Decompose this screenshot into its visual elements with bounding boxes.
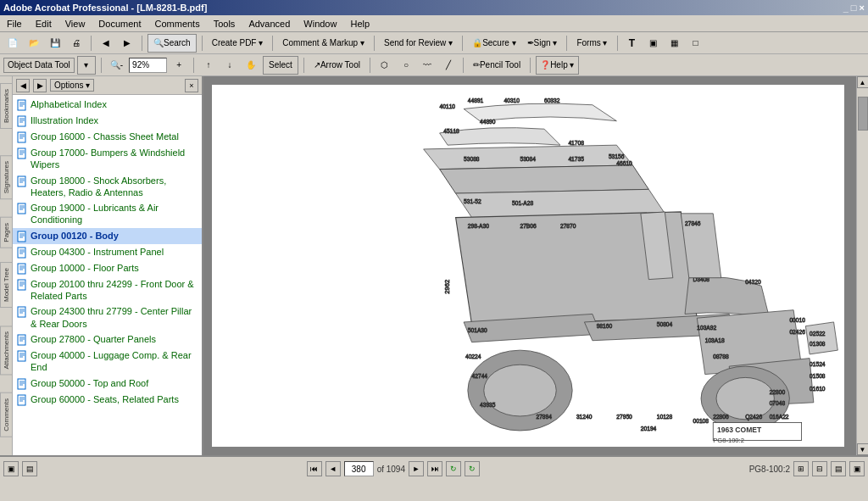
refresh-btn2[interactable]: ↻ — [465, 461, 480, 476]
title-bar: Adobe Acrobat Professional - [LM-8281-B.… — [0, 0, 868, 15]
view-btn3[interactable]: ▤ — [831, 461, 846, 476]
sign-btn[interactable]: ✒ Sign ▾ — [523, 34, 562, 53]
comments-tab[interactable]: Comments — [0, 392, 13, 437]
draw-btn1[interactable]: ⬡ — [376, 56, 394, 75]
tree-item-group18000[interactable]: Group 18000 - Shock Absorbers, Heaters, … — [13, 173, 202, 201]
create-pdf-btn[interactable]: Create PDF ▾ — [208, 34, 268, 53]
arrow-tool-btn[interactable]: ↗ Arrow Tool — [309, 56, 364, 75]
view-btn1[interactable]: ⊞ — [793, 461, 809, 476]
draw-btn3[interactable]: 〰 — [418, 56, 437, 75]
tree-item-alphabetical[interactable]: Alphabetical Index — [13, 97, 202, 113]
help-btn[interactable]: ❓ Help ▾ — [536, 56, 578, 75]
menu-tools[interactable]: Tools — [210, 17, 239, 31]
obj-dropdown[interactable]: ▾ — [77, 56, 96, 75]
menu-view[interactable]: View — [62, 17, 89, 31]
tree-item-group17000[interactable]: Group 17000- Bumpers & Windshield Wipers — [13, 145, 202, 173]
page-icons-btn1[interactable]: ▣ — [3, 461, 19, 476]
view-btn2[interactable]: ⊟ — [812, 461, 827, 476]
svg-text:27894: 27894 — [536, 414, 552, 420]
send-review-btn[interactable]: Send for Review ▾ — [380, 34, 457, 53]
menu-window[interactable]: Window — [300, 17, 340, 31]
tree-item-icon — [16, 350, 28, 362]
zoom-input[interactable] — [129, 58, 167, 73]
obj-data-btn[interactable]: Object Data Tool — [3, 58, 75, 73]
select-tool[interactable]: Select — [263, 56, 298, 75]
back-btn[interactable]: ◀ — [97, 34, 115, 53]
tree-item-group00120[interactable]: Group 00120 - Body — [13, 228, 202, 244]
bookmarks-tab[interactable]: Bookmarks — [0, 83, 13, 129]
attachments-tab[interactable]: Attachments — [0, 326, 13, 375]
tree-item-icon — [16, 203, 28, 214]
panel-close-btn[interactable]: × — [185, 79, 198, 92]
draw-btn4[interactable]: ╱ — [439, 56, 458, 75]
pages-tab[interactable]: Pages — [0, 217, 13, 248]
new-btn[interactable]: 📄 — [3, 34, 22, 53]
zoom-out-btn[interactable]: 🔍- — [107, 56, 126, 75]
close-btn[interactable]: × — [860, 3, 865, 13]
tree-item-group16000[interactable]: Group 16000 - Chassis Sheet Metal — [13, 129, 202, 145]
tree-item-group04300[interactable]: Group 04300 - Instrument Panel — [13, 244, 202, 260]
next-page-btn[interactable]: ► — [409, 461, 424, 476]
status-bar: ▣ ▤ ⏮ ◄ 380 of 1094 ► ⏭ ↻ ↻ PG8-100:2 ⊞ … — [0, 455, 868, 481]
restore-btn[interactable]: □ — [851, 3, 857, 13]
pdf-content[interactable]: 44891 40310 60332 40110 44890 53088 5308… — [212, 85, 844, 447]
tree-item-group50000[interactable]: Group 50000 - Top and Roof — [13, 376, 202, 392]
view-btn4[interactable]: ▣ — [849, 461, 865, 476]
tree-item-group27800[interactable]: Group 27800 - Quarter Panels — [13, 331, 202, 348]
scroll-up-btn[interactable]: ▲ — [857, 76, 869, 88]
scroll-down-btn[interactable]: ▼ — [857, 443, 869, 455]
tree-item-group19000[interactable]: Group 19000 - Lubricants & Air Condition… — [13, 200, 202, 228]
menu-document[interactable]: Document — [95, 17, 144, 31]
options-button[interactable]: Options ▾ — [50, 79, 94, 92]
nav-btn1[interactable]: ↑ — [199, 56, 218, 75]
tree-item-icon — [16, 279, 28, 291]
save-btn[interactable]: 💾 — [46, 34, 64, 53]
minimize-btn[interactable]: _ — [843, 3, 849, 13]
tree-item-group40000[interactable]: Group 40000 - Luggage Comp. & Rear End — [13, 348, 202, 376]
menu-edit[interactable]: Edit — [32, 17, 55, 31]
nav-btn2[interactable]: ↓ — [220, 56, 239, 75]
signatures-tab[interactable]: Signatures — [0, 155, 13, 199]
typewriter-btn[interactable]: T — [623, 34, 642, 53]
tree-item-illustration[interactable]: Illustration Index — [13, 113, 202, 129]
secure-btn[interactable]: 🔒 Secure ▾ — [468, 34, 520, 53]
last-page-btn[interactable]: ⏭ — [427, 461, 442, 476]
pencil-tool-btn[interactable]: ✏ Pencil Tool — [469, 56, 525, 75]
print-btn[interactable]: 🖨 — [67, 34, 86, 53]
zoom-in-btn[interactable]: + — [170, 56, 188, 75]
menu-file[interactable]: File — [3, 17, 25, 31]
scroll-thumb[interactable] — [858, 97, 868, 131]
refresh-btn[interactable]: ↻ — [446, 461, 461, 476]
forms-btn[interactable]: Forms ▾ — [572, 34, 611, 53]
tree-item-group60000[interactable]: Group 60000 - Seats, Related Parts — [13, 392, 202, 408]
tool-btn3[interactable]: □ — [687, 34, 705, 53]
forward-btn[interactable]: ▶ — [118, 34, 136, 53]
svg-text:01508: 01508 — [810, 373, 826, 379]
search-btn[interactable]: 🔍 Search — [147, 34, 197, 53]
page-icons-btn2[interactable]: ▤ — [22, 461, 37, 476]
hand-tool[interactable]: ✋ — [242, 56, 260, 75]
sep11 — [303, 58, 304, 73]
tree-item-group10000[interactable]: Group 10000 - Floor Parts — [13, 260, 202, 276]
panel-nav-back[interactable]: ◀ — [16, 79, 30, 92]
sep12 — [370, 58, 370, 73]
menu-help[interactable]: Help — [347, 17, 373, 31]
comment-markup-btn[interactable]: Comment & Markup ▾ — [278, 34, 369, 53]
tool-btn2[interactable]: ▦ — [665, 34, 684, 53]
page-total: of 1094 — [377, 465, 405, 474]
panel-nav-fwd[interactable]: ▶ — [33, 79, 47, 92]
tool-btn1[interactable]: ▣ — [644, 34, 663, 53]
page-number-input[interactable]: 380 — [344, 461, 374, 476]
menu-advanced[interactable]: Advanced — [245, 17, 293, 31]
prev-page-btn[interactable]: ◄ — [326, 461, 341, 476]
menu-comments[interactable]: Comments — [152, 17, 203, 31]
sep1 — [91, 36, 92, 51]
model-tree-tab[interactable]: Model Tree — [0, 262, 13, 308]
svg-text:02426: 02426 — [789, 329, 805, 335]
draw-btn2[interactable]: ○ — [397, 56, 415, 75]
first-page-btn[interactable]: ⏮ — [307, 461, 322, 476]
tree-item-group20100[interactable]: Group 20100 thru 24299 - Front Door & Re… — [13, 276, 202, 304]
tree-item-group24300[interactable]: Group 24300 thru 27799 - Center Pillar &… — [13, 303, 202, 331]
open-btn[interactable]: 📂 — [25, 34, 43, 53]
tree-item-icon — [16, 394, 28, 406]
